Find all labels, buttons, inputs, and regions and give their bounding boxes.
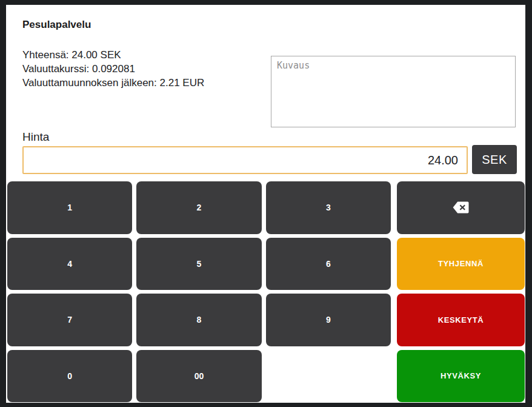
digit-button-8[interactable]: 8 — [136, 294, 261, 346]
accept-button[interactable]: HYVÄKSY — [397, 350, 525, 403]
exchange-rate-line: Valuuttakurssi: 0.092081 — [22, 62, 204, 76]
digit-button-4[interactable]: 4 — [7, 238, 132, 291]
digit-button-9[interactable]: 9 — [266, 294, 391, 346]
clear-button[interactable]: TYHJENNÄ — [397, 238, 525, 291]
action-column: TYHJENNÄ KESKEYTÄ HYVÄKSY — [397, 181, 525, 402]
price-label: Hinta — [22, 130, 49, 144]
description-textarea[interactable] — [271, 56, 516, 127]
backspace-icon — [453, 201, 469, 214]
digit-button-0[interactable]: 0 — [7, 350, 132, 403]
digit-button-1[interactable]: 1 — [7, 181, 132, 234]
page-title: Pesulapalvelu — [22, 19, 91, 31]
digit-grid: 123456789000 — [7, 181, 391, 402]
digit-button-5[interactable]: 5 — [136, 238, 261, 291]
price-input[interactable] — [22, 146, 468, 174]
digit-button-3[interactable]: 3 — [266, 181, 391, 234]
digit-button-6[interactable]: 6 — [266, 238, 391, 291]
currency-button[interactable]: SEK — [472, 145, 517, 174]
currency-summary: Yhteensä: 24.00 SEK Valuuttakurssi: 0.09… — [22, 48, 204, 90]
backspace-button[interactable] — [397, 181, 525, 234]
window-frame: Pesulapalvelu Yhteensä: 24.00 SEK Valuut… — [0, 0, 532, 407]
total-line: Yhteensä: 24.00 SEK — [22, 48, 204, 62]
digit-button-00[interactable]: 00 — [136, 350, 261, 403]
digit-button-7[interactable]: 7 — [7, 294, 132, 346]
cancel-button[interactable]: KESKEYTÄ — [397, 294, 525, 346]
payment-panel: Pesulapalvelu Yhteensä: 24.00 SEK Valuut… — [6, 5, 525, 403]
converted-amount-line: Valuuttamuunnoksen jälkeen: 2.21 EUR — [22, 76, 204, 90]
digit-button-2[interactable]: 2 — [136, 181, 261, 234]
keypad: 123456789000 TYHJENNÄ KESKEYTÄ HYVÄKSY — [7, 181, 525, 402]
